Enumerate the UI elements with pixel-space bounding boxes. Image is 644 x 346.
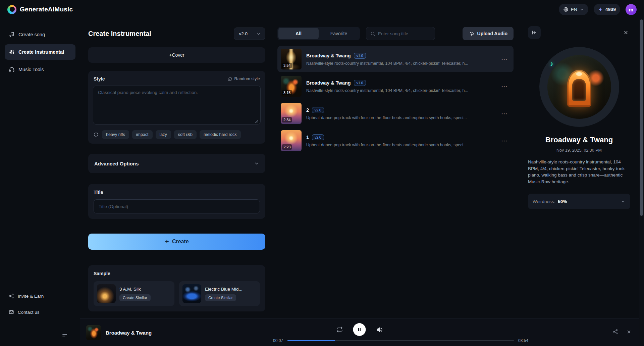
version-value: v2.0	[239, 31, 248, 36]
song-row-1[interactable]: 3:54 Broadway & Twang v1.0 Nashville-sty…	[277, 46, 514, 72]
song-main: 2 v2.0 Upbeat dance-pop track with four-…	[306, 107, 494, 120]
song-artwork: 2:23	[281, 130, 302, 151]
language-selector[interactable]: EN	[559, 4, 588, 15]
song-main: Broadway & Twang v1.0 Nashville-style ro…	[306, 80, 494, 93]
sample-title: 3 A.M. Silk	[119, 287, 151, 292]
share-nodes-icon	[9, 293, 14, 299]
scrollbar-thumb[interactable]	[640, 19, 643, 216]
repeat-icon	[336, 326, 343, 333]
refresh-tags-button[interactable]	[93, 132, 99, 138]
song-title: 2	[306, 107, 309, 113]
song-description: Upbeat dance-pop track with four-on-the-…	[306, 143, 494, 147]
player-artwork	[86, 325, 101, 340]
create-button[interactable]: ✦ Create	[88, 234, 265, 250]
detail-song-description: Nashville-style roots-country instrument…	[528, 159, 630, 185]
seek-bar[interactable]	[287, 340, 514, 341]
song-menu-button[interactable]: ⋯	[499, 83, 510, 90]
pause-button[interactable]	[353, 323, 366, 336]
sample-item-2[interactable]: Electric Blue Mid... Create Similar	[179, 281, 260, 306]
total-time: 03:54	[518, 338, 528, 343]
song-library: All Favorite Upload Audio 3:54 Broadway …	[273, 19, 519, 318]
style-tag[interactable]: soft r&b	[174, 130, 197, 139]
credits-button[interactable]: 4939	[594, 4, 620, 15]
tab-favorite[interactable]: Favorite	[319, 28, 359, 39]
song-main: Broadway & Twang v1.0 Nashville-style ro…	[306, 53, 494, 66]
create-button-label: Create	[172, 239, 189, 245]
music-note-badge-icon: ♪	[548, 59, 554, 68]
song-search[interactable]	[366, 27, 435, 40]
style-tag[interactable]: lazy	[156, 130, 171, 139]
avatar-initial: m	[629, 7, 633, 12]
pause-icon	[357, 327, 362, 332]
style-tag[interactable]: melodic hard rock	[200, 130, 241, 139]
resize-handle-icon[interactable]	[255, 120, 258, 123]
library-tabs: All Favorite	[277, 27, 360, 40]
random-style-button[interactable]: Random style	[228, 77, 260, 81]
brand[interactable]: GenerateAiMusic	[7, 5, 73, 14]
style-tag[interactable]: heavy riffs	[102, 130, 129, 139]
collapse-panel-button[interactable]	[528, 26, 541, 39]
sidebar-item-invite-earn[interactable]: Invite & Earn	[5, 289, 75, 303]
song-row-3[interactable]: 2:34 2 v2.0 Upbeat dance-pop track with …	[277, 100, 514, 127]
song-row-2[interactable]: 3:15 Broadway & Twang v1.0 Nashville-sty…	[277, 73, 514, 99]
song-artwork: 3:15	[281, 76, 302, 97]
style-tag[interactable]: impact	[132, 130, 153, 139]
chevron-down-icon	[254, 161, 259, 166]
search-icon	[370, 31, 375, 36]
style-card: Style Random style heavy riffs impact la…	[88, 71, 265, 144]
close-panel-button[interactable]	[622, 28, 630, 37]
search-input[interactable]	[378, 31, 431, 36]
sample-info: 3 A.M. Silk Create Similar	[119, 287, 151, 301]
detail-song-title: Broadway & Twang	[528, 136, 630, 144]
refresh-icon	[228, 77, 232, 81]
sidebar-item-label: Invite & Earn	[18, 294, 44, 299]
create-similar-button[interactable]: Create Similar	[119, 294, 151, 301]
create-similar-button[interactable]: Create Similar	[205, 294, 236, 301]
sample-item-1[interactable]: 3 A.M. Silk Create Similar	[94, 281, 174, 306]
song-menu-button[interactable]: ⋯	[499, 137, 510, 145]
loop-button[interactable]	[335, 325, 344, 334]
advanced-options-toggle[interactable]: Advanced Options	[88, 154, 265, 173]
song-main: 1 v2.0 Upbeat dance-pop track with four-…	[306, 134, 494, 147]
song-description: Upbeat dance-pop track with four-on-the-…	[306, 115, 494, 120]
chevron-down-icon	[256, 32, 261, 36]
style-textarea-wrap	[93, 86, 261, 126]
advanced-options-label: Advanced Options	[94, 161, 139, 166]
style-card-header: Style Random style	[93, 76, 261, 82]
mail-icon	[9, 309, 14, 315]
detail-song-date: Nov 19, 2025, 02:30 PM	[528, 148, 630, 153]
sample-info: Electric Blue Mid... Create Similar	[205, 287, 243, 301]
sidebar-item-label: Contact us	[18, 310, 40, 315]
upload-audio-button[interactable]: Upload Audio	[463, 27, 514, 40]
create-panel-header: Create Instrumental v2.0	[88, 28, 265, 40]
chevron-down-icon	[621, 199, 626, 204]
song-duration: 3:54	[282, 63, 292, 68]
song-artwork: 2:34	[281, 103, 302, 124]
close-icon	[623, 30, 629, 36]
close-icon	[626, 329, 632, 335]
sidebar-collapse-button[interactable]	[59, 330, 70, 341]
player-right-actions	[612, 328, 632, 335]
music-note-icon	[9, 32, 15, 38]
sidebar-item-create-song[interactable]: Create song	[5, 27, 75, 42]
tab-all[interactable]: All	[278, 28, 319, 39]
cover-button[interactable]: +Cover	[88, 47, 265, 63]
sidebar-item-create-instrumental[interactable]: Create Instrumental	[5, 44, 75, 60]
song-row-4[interactable]: 2:23 1 v2.0 Upbeat dance-pop track with …	[277, 128, 514, 154]
title-input[interactable]	[94, 199, 260, 213]
sidebar-item-music-tools[interactable]: Music Tools	[5, 62, 75, 77]
song-detail-panel: ♪ Broadway & Twang Nov 19, 2025, 02:30 P…	[519, 19, 639, 318]
version-select[interactable]: v2.0	[234, 28, 265, 40]
avatar[interactable]: m	[626, 4, 637, 15]
player-now-playing[interactable]: Broadway & Twang	[86, 325, 152, 340]
collapse-right-icon	[531, 30, 537, 36]
sparkle-icon: ✦	[165, 239, 169, 245]
song-menu-button[interactable]: ⋯	[499, 55, 510, 63]
song-menu-button[interactable]: ⋯	[499, 110, 510, 117]
style-input[interactable]	[93, 86, 261, 125]
close-player-button[interactable]	[626, 328, 632, 335]
sidebar-item-contact-us[interactable]: Contact us	[5, 305, 75, 319]
volume-button[interactable]	[375, 325, 384, 335]
share-button[interactable]	[612, 328, 619, 335]
weirdness-dropdown[interactable]: Weirdness: 50%	[528, 194, 630, 209]
